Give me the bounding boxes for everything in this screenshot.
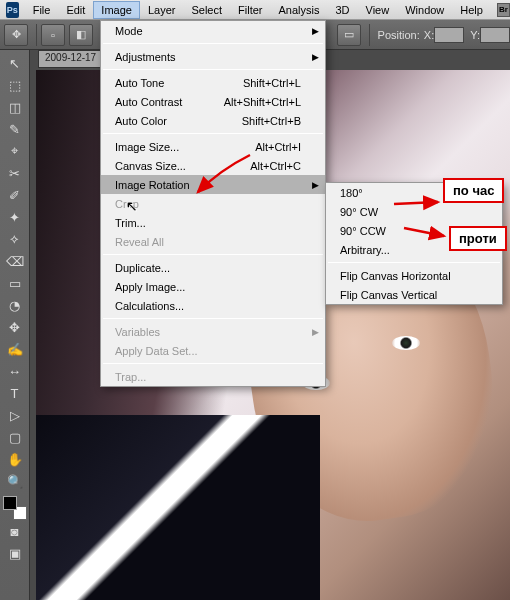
menubar: Ps FileEditImageLayerSelectFilterAnalysi… [0, 0, 510, 20]
menu-item-calculations[interactable]: Calculations... [101, 296, 325, 315]
menu-item-shortcut: Alt+Shift+Ctrl+L [224, 96, 301, 108]
menu-view[interactable]: View [358, 1, 398, 19]
tool-5[interactable]: ✂ [3, 162, 27, 184]
tool-6[interactable]: ✐ [3, 184, 27, 206]
menu-item-shortcut: Alt+Ctrl+I [255, 141, 301, 153]
menu-item-label: Mode [115, 25, 143, 37]
tool-11[interactable]: ◔ [3, 294, 27, 316]
menu-item-label: Apply Image... [115, 281, 185, 293]
bridge-icon[interactable]: Br [497, 3, 510, 17]
menu-item-apply-image[interactable]: Apply Image... [101, 277, 325, 296]
menu-separator [103, 69, 323, 70]
image-menu-dropdown: Mode▶Adjustments▶Auto ToneShift+Ctrl+LAu… [100, 20, 326, 387]
position-x-input[interactable] [434, 27, 464, 43]
tool-18[interactable]: ✋ [3, 448, 27, 470]
foreground-color-swatch[interactable] [3, 496, 17, 510]
menu-item-label: Trim... [115, 217, 146, 229]
menu-item-90-cw[interactable]: 90° CW [326, 202, 502, 221]
menu-item-label: 90° CCW [340, 225, 386, 237]
menu-item-label: Image Rotation [115, 179, 190, 191]
menu-item-label: Auto Contrast [115, 96, 182, 108]
menu-separator [103, 318, 323, 319]
submenu-arrow-icon: ▶ [312, 327, 319, 337]
menu-item-auto-contrast[interactable]: Auto ContrastAlt+Shift+Ctrl+L [101, 92, 325, 111]
annotation-ccw: проти [449, 226, 507, 251]
menu-item-flip-canvas-vertical[interactable]: Flip Canvas Vertical [326, 285, 502, 304]
menu-item-label: 180° [340, 187, 363, 199]
annotation-cw: по час [443, 178, 504, 203]
tool-4[interactable]: ⌖ [3, 140, 27, 162]
tool-1[interactable]: ⬚ [3, 74, 27, 96]
menu-layer[interactable]: Layer [140, 1, 184, 19]
menu-item-auto-tone[interactable]: Auto ToneShift+Ctrl+L [101, 73, 325, 92]
tool-12[interactable]: ✥ [3, 316, 27, 338]
menu-help[interactable]: Help [452, 1, 491, 19]
menu-select[interactable]: Select [183, 1, 230, 19]
menu-item-duplicate[interactable]: Duplicate... [101, 258, 325, 277]
menu-file[interactable]: File [25, 1, 59, 19]
move-tool-preset-icon[interactable]: ✥ [4, 24, 28, 46]
menu-item-adjustments[interactable]: Adjustments▶ [101, 47, 325, 66]
menu-separator [103, 254, 323, 255]
menu-item-trim[interactable]: Trim... [101, 213, 325, 232]
x-label: X: [424, 29, 434, 41]
menu-item-mode[interactable]: Mode▶ [101, 21, 325, 40]
menu-separator [103, 363, 323, 364]
menu-item-flip-canvas-horizontal[interactable]: Flip Canvas Horizontal [326, 266, 502, 285]
menu-item-label: Image Size... [115, 141, 179, 153]
menu-separator [103, 43, 323, 44]
tool-10[interactable]: ▭ [3, 272, 27, 294]
menu-item-label: Trap... [115, 371, 146, 383]
screen-mode-icon[interactable]: ▣ [3, 542, 27, 564]
document-tab[interactable]: 2009-12-17 [38, 50, 103, 68]
position-label: Position: [378, 29, 420, 41]
y-label: Y: [470, 29, 480, 41]
menu-item-canvas-size[interactable]: Canvas Size...Alt+Ctrl+C [101, 156, 325, 175]
tool-7[interactable]: ✦ [3, 206, 27, 228]
tool-0[interactable]: ↖ [3, 52, 27, 74]
menu-analysis[interactable]: Analysis [271, 1, 328, 19]
quick-mask-icon[interactable]: ◙ [3, 520, 27, 542]
menu-image[interactable]: Image [93, 1, 140, 19]
menu-item-label: Reveal All [115, 236, 164, 248]
menu-item-image-size[interactable]: Image Size...Alt+Ctrl+I [101, 137, 325, 156]
menu-item-shortcut: Shift+Ctrl+L [243, 77, 301, 89]
menu-filter[interactable]: Filter [230, 1, 270, 19]
tool-14[interactable]: ↔ [3, 360, 27, 382]
menu-item-reveal-all: Reveal All [101, 232, 325, 251]
menu-item-label: Calculations... [115, 300, 184, 312]
tools-panel: ↖⬚◫✎⌖✂✐✦⟡⌫▭◔✥✍↔T▷▢✋🔍 ◙ ▣ [0, 50, 30, 600]
tool-2[interactable]: ◫ [3, 96, 27, 118]
opt-icon-3[interactable]: ▭ [337, 24, 361, 46]
menu-item-trap: Trap... [101, 367, 325, 386]
tool-8[interactable]: ⟡ [3, 228, 27, 250]
menu-item-label: Flip Canvas Vertical [340, 289, 437, 301]
menu-item-image-rotation[interactable]: Image Rotation▶ [101, 175, 325, 194]
tool-17[interactable]: ▢ [3, 426, 27, 448]
opt-icon-1[interactable]: ▫ [41, 24, 65, 46]
tool-13[interactable]: ✍ [3, 338, 27, 360]
position-y-input[interactable] [480, 27, 510, 43]
tool-15[interactable]: T [3, 382, 27, 404]
menu-window[interactable]: Window [397, 1, 452, 19]
app-icon: Ps [6, 2, 19, 18]
submenu-arrow-icon: ▶ [312, 180, 319, 190]
menu-item-label: Duplicate... [115, 262, 170, 274]
menu-item-label: Canvas Size... [115, 160, 186, 172]
tool-16[interactable]: ▷ [3, 404, 27, 426]
menu-item-variables: Variables▶ [101, 322, 325, 341]
tool-3[interactable]: ✎ [3, 118, 27, 140]
menu-item-apply-data-set: Apply Data Set... [101, 341, 325, 360]
tool-9[interactable]: ⌫ [3, 250, 27, 272]
menu-separator [103, 133, 323, 134]
menu-edit[interactable]: Edit [58, 1, 93, 19]
menu-item-label: Crop [115, 198, 139, 210]
menu-3d[interactable]: 3D [327, 1, 357, 19]
color-swatches[interactable] [3, 496, 27, 520]
opt-icon-2[interactable]: ◧ [69, 24, 93, 46]
menu-item-crop: Crop [101, 194, 325, 213]
menu-item-label: Variables [115, 326, 160, 338]
tool-19[interactable]: 🔍 [3, 470, 27, 492]
menu-item-label: Flip Canvas Horizontal [340, 270, 451, 282]
menu-item-auto-color[interactable]: Auto ColorShift+Ctrl+B [101, 111, 325, 130]
